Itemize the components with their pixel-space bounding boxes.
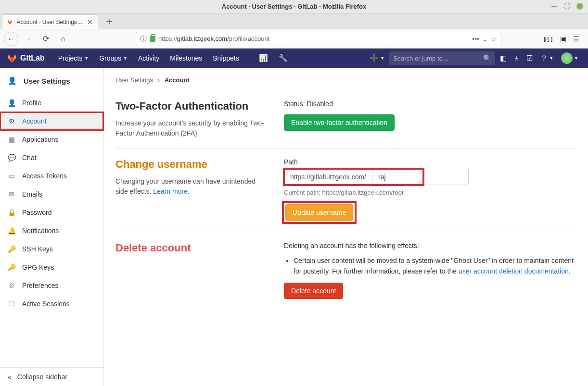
browser-tab-strip: Account · User Settings · GitL… ✕ ＋ bbox=[0, 13, 588, 29]
delete-account-title: Delete account bbox=[115, 242, 265, 254]
delete-intro: Deleting an account has the following ef… bbox=[284, 242, 576, 249]
delete-bullet: Certain user content will be moved to a … bbox=[294, 255, 576, 277]
change-username-title: Change username bbox=[115, 158, 265, 171]
breadcrumb: User Settings › Account bbox=[115, 74, 576, 90]
user-menu[interactable]: ▼ bbox=[558, 52, 581, 64]
browser-toolbar: ← → ⟳ ⌂ ⓘ https://gitlab.itzgeek.com/pro… bbox=[0, 29, 588, 49]
gitlab-topnav: GitLab Projects▼ Groups▼ Activity Milest… bbox=[0, 49, 588, 68]
sidebar-item-preferences[interactable]: ⚙Preferences bbox=[0, 276, 103, 295]
sidebar-item-access-tokens[interactable]: ▭Access Tokens bbox=[0, 167, 103, 185]
gitlab-logo[interactable]: GitLab bbox=[7, 53, 45, 63]
reload-button[interactable]: ⟳ bbox=[38, 32, 53, 46]
lock-icon bbox=[150, 36, 155, 42]
section-change-username: Change username Changing your username c… bbox=[115, 148, 576, 232]
sidebar-item-active-sessions[interactable]: 🖵Active Sessions bbox=[0, 295, 103, 313]
back-button[interactable]: ← bbox=[4, 32, 18, 46]
twofa-status: Status: Disabled bbox=[284, 100, 576, 108]
delete-account-button[interactable]: Delete account bbox=[284, 283, 343, 299]
change-username-desc: Changing your username can have unintend… bbox=[115, 176, 265, 197]
more-actions-icon[interactable]: ••• bbox=[472, 35, 479, 43]
settings-sidebar: 👤 User Settings 👤Profile ⚙Account ▦Appli… bbox=[0, 68, 104, 386]
library-icon[interactable]: ⫿⫿⫿ bbox=[543, 35, 553, 43]
learn-more-link[interactable]: Learn more bbox=[153, 187, 188, 195]
nav-milestones[interactable]: Milestones bbox=[167, 54, 205, 62]
issues-icon[interactable]: ◧ bbox=[497, 54, 510, 62]
sidebar-item-profile[interactable]: 👤Profile bbox=[0, 94, 103, 112]
nav-projects[interactable]: Projects▼ bbox=[55, 54, 92, 62]
nav-activity[interactable]: Activity bbox=[135, 54, 162, 62]
search-input[interactable] bbox=[393, 55, 479, 62]
sidebar-header: 👤 User Settings bbox=[0, 68, 103, 94]
twofa-title: Two-Factor Authentication bbox=[115, 100, 265, 112]
browser-tab[interactable]: Account · User Settings · GitL… ✕ bbox=[2, 14, 98, 29]
analytics-icon[interactable]: 📊 bbox=[256, 54, 271, 62]
sidebar-item-emails[interactable]: ✉Emails bbox=[0, 185, 103, 203]
sidebar-item-applications[interactable]: ▦Applications bbox=[0, 130, 103, 149]
path-prefix: https://gitlab.itzgeek.com/ bbox=[284, 169, 372, 185]
nav-groups[interactable]: Groups▼ bbox=[96, 54, 130, 62]
sidebar-toggle-icon[interactable]: ▣ bbox=[560, 35, 566, 43]
sidebar-item-chat[interactable]: 💬Chat bbox=[0, 149, 103, 167]
chevrons-left-icon: « bbox=[8, 373, 12, 381]
enable-2fa-button[interactable]: Enable two-factor authentication bbox=[284, 114, 395, 131]
breadcrumb-root[interactable]: User Settings bbox=[115, 76, 153, 84]
os-titlebar: Account · User Settings · GitLab - Mozil… bbox=[0, 0, 588, 13]
twofa-desc: Increase your account's security by enab… bbox=[115, 118, 265, 138]
home-button[interactable]: ⌂ bbox=[56, 32, 70, 46]
sidebar-item-ssh-keys[interactable]: 🔑SSH Keys bbox=[0, 240, 103, 258]
pocket-icon[interactable]: ⌄ bbox=[482, 35, 488, 43]
avatar bbox=[561, 52, 573, 64]
tab-close-icon[interactable]: ✕ bbox=[87, 18, 93, 26]
current-path-hint: Current path: https://gitlab.itzgeek.com… bbox=[284, 189, 576, 196]
section-delete-account: Delete account Deleting an account has t… bbox=[115, 232, 576, 309]
gitlab-favicon-icon bbox=[7, 19, 13, 25]
browser-tab-title: Account · User Settings · GitL… bbox=[16, 19, 83, 25]
search-icon[interactable]: 🔍 bbox=[483, 54, 491, 62]
admin-wrench-icon[interactable]: 🔧 bbox=[276, 54, 291, 62]
os-minimize-icon[interactable]: — bbox=[551, 3, 557, 10]
merge-requests-icon[interactable]: ⑃ bbox=[511, 54, 522, 62]
os-close-icon[interactable]: ✕ bbox=[576, 3, 583, 10]
path-label: Path bbox=[284, 158, 576, 166]
update-username-button[interactable]: Update username bbox=[285, 204, 353, 221]
sidebar-item-notifications[interactable]: 🔔Notifications bbox=[0, 222, 103, 240]
sidebar-item-password[interactable]: 🔒Password bbox=[0, 203, 103, 222]
sidebar-item-account[interactable]: ⚙Account bbox=[0, 112, 103, 130]
breadcrumb-current: Account bbox=[165, 76, 190, 84]
sidebar-item-gpg-keys[interactable]: 🔑GPG Keys bbox=[0, 258, 103, 276]
user-icon: 👤 bbox=[8, 76, 17, 85]
main-content: User Settings › Account Two-Factor Authe… bbox=[104, 68, 588, 386]
user-deletion-doc-link[interactable]: user account deletion documentation bbox=[459, 267, 569, 275]
section-two-factor: Two-Factor Authentication Increase your … bbox=[115, 90, 576, 148]
menu-icon[interactable]: ☰ bbox=[573, 35, 579, 43]
os-maximize-icon[interactable]: ⛶ bbox=[564, 3, 570, 10]
bookmark-star-icon[interactable]: ☆ bbox=[491, 35, 497, 43]
forward-button[interactable]: → bbox=[21, 32, 36, 46]
global-search[interactable]: 🔍 bbox=[389, 51, 495, 65]
gitlab-tanuki-icon bbox=[7, 53, 17, 63]
collapse-sidebar-button[interactable]: «Collapse sidebar bbox=[0, 367, 103, 386]
nav-snippets[interactable]: Snippets bbox=[210, 54, 242, 62]
url-text: https://gitlab.itzgeek.com/profile/accou… bbox=[158, 35, 469, 42]
os-window-title: Account · User Settings · GitLab - Mozil… bbox=[222, 3, 366, 10]
username-input[interactable] bbox=[372, 169, 469, 185]
new-dropdown-icon[interactable]: ➕▼ bbox=[367, 54, 387, 62]
todos-icon[interactable]: ☑ bbox=[524, 54, 536, 62]
new-tab-button[interactable]: ＋ bbox=[104, 14, 115, 28]
url-bar[interactable]: ⓘ https://gitlab.itzgeek.com/profile/acc… bbox=[136, 32, 501, 46]
site-info-icon[interactable]: ⓘ bbox=[140, 35, 147, 43]
help-icon[interactable]: ？▼ bbox=[537, 54, 556, 63]
